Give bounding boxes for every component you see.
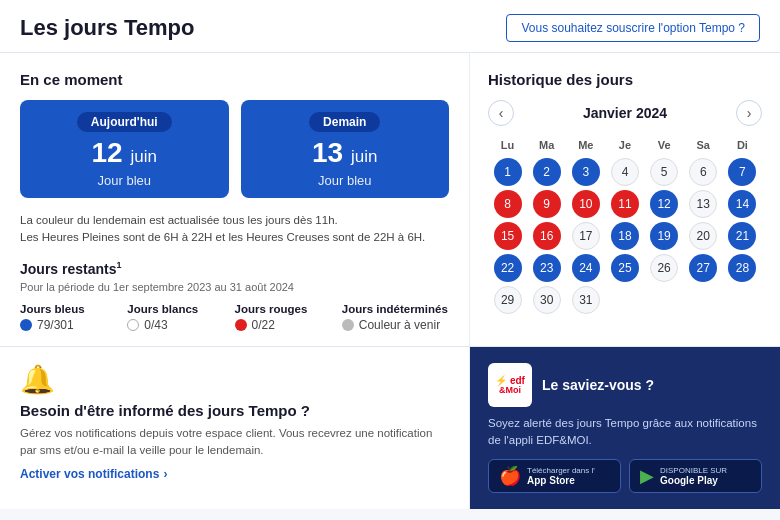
calendar-day[interactable]: 19 [650,222,678,250]
calendar-day[interactable]: 22 [494,254,522,282]
calendar-day[interactable]: 25 [611,254,639,282]
app-store-button[interactable]: 🍎 Télécharger dans l' App Store [488,459,621,493]
calendar-day[interactable]: 24 [572,254,600,282]
calendar-day-cell: 20 [684,220,723,252]
bottom-section: 🔔 Besoin d'être informé des jours Tempo … [0,346,780,510]
saviez-text: Soyez alerté des jours Tempo grâce aux n… [488,415,762,450]
calendar-day-cell: 23 [527,252,566,284]
calendar-day-cell: 30 [527,284,566,316]
calendar-day[interactable]: 17 [572,222,600,250]
google-play-icon: ▶ [640,465,654,487]
subscribe-button[interactable]: Vous souhaitez souscrire l'option Tempo … [506,14,760,42]
calendar-week-row: 22232425262728 [488,252,762,284]
calendar-day[interactable]: 31 [572,286,600,314]
calendar-day-cell: 5 [645,156,684,188]
bottom-right-panel: ⚡ edf &Moi Le saviez-vous ? Soyez alerté… [470,347,780,510]
calendar-day-cell: 27 [684,252,723,284]
calendar-day[interactable]: 6 [689,158,717,186]
right-panel: Historique des jours ‹ Janvier 2024 › Lu… [470,53,780,346]
today-month: juin [130,147,156,166]
calendar-day[interactable]: 11 [611,190,639,218]
page-header: Les jours Tempo Vous souhaitez souscrire… [0,0,780,53]
calendar-day-cell: 6 [684,156,723,188]
tomorrow-card: Demain 13 juin Jour bleu [241,100,450,198]
google-play-button[interactable]: ▶ DISPONIBLE SUR Google Play [629,459,762,493]
calendar-weekday: Ve [645,136,684,156]
calendar-day-cell [645,284,684,316]
calendar-day[interactable]: 1 [494,158,522,186]
calendar-day[interactable]: 28 [728,254,756,282]
calendar-day[interactable]: 23 [533,254,561,282]
calendar-day[interactable]: 15 [494,222,522,250]
calendar-weekday: Ma [527,136,566,156]
store-buttons: 🍎 Télécharger dans l' App Store ▶ DISPON… [488,459,762,493]
calendar-day[interactable]: 5 [650,158,678,186]
calendar-day-cell: 8 [488,188,527,220]
edf-logo: ⚡ edf &Moi [488,363,532,407]
calendar-weekday: Sa [684,136,723,156]
calendar-weekday: Di [723,136,762,156]
calendar-day-cell [723,284,762,316]
calendar-day-cell: 31 [566,284,605,316]
calendar-day-cell: 10 [566,188,605,220]
calendar-nav: ‹ Janvier 2024 › [488,100,762,126]
calendar-day-cell: 21 [723,220,762,252]
calendar-day[interactable]: 4 [611,158,639,186]
calendar-day[interactable]: 8 [494,190,522,218]
jour-indetermines-item: Jours indéterminés Couleur à venir [342,303,449,332]
info-text: La couleur du lendemain est actualisée t… [20,212,449,247]
today-day: 12 juin [30,138,219,169]
activate-notifications-link[interactable]: Activer vos notifications › [20,467,449,481]
calendar-day[interactable]: 9 [533,190,561,218]
calendar-week-row: 891011121314 [488,188,762,220]
calendar-body: 1234567891011121314151617181920212223242… [488,156,762,316]
calendar-day[interactable]: 20 [689,222,717,250]
left-panel: En ce moment Aujourd'hui 12 juin Jour bl… [0,53,470,346]
calendar-day[interactable]: 18 [611,222,639,250]
calendar-day[interactable]: 30 [533,286,561,314]
apple-icon: 🍎 [499,465,521,487]
calendar-day[interactable]: 3 [572,158,600,186]
calendar-next-button[interactable]: › [736,100,762,126]
tomorrow-type: Jour bleu [251,173,440,188]
calendar-day[interactable]: 26 [650,254,678,282]
dot-blue [20,319,32,331]
jours-restants-subtitle: Pour la période du 1er septembre 2023 au… [20,281,449,293]
calendar-title: Historique des jours [488,71,762,88]
calendar-day[interactable]: 29 [494,286,522,314]
notification-text: Gérez vos notifications depuis votre esp… [20,425,449,460]
calendar-day-cell: 11 [605,188,644,220]
calendar-day-cell: 15 [488,220,527,252]
calendar-week-row: 293031 [488,284,762,316]
calendar-month-year: Janvier 2024 [583,105,667,121]
calendar-prev-button[interactable]: ‹ [488,100,514,126]
calendar-day[interactable]: 21 [728,222,756,250]
calendar-day-cell: 18 [605,220,644,252]
today-type: Jour bleu [30,173,219,188]
calendar-day[interactable]: 13 [689,190,717,218]
calendar-day[interactable]: 14 [728,190,756,218]
tomorrow-day: 13 juin [251,138,440,169]
dot-red [235,319,247,331]
calendar-day-cell: 22 [488,252,527,284]
calendar-weekday: Me [566,136,605,156]
calendar-day[interactable]: 12 [650,190,678,218]
jours-grid: Jours bleus 79/301 Jours blancs 0/43 Jou… [20,303,449,332]
jours-restants-title: Jours restants1 [20,260,449,277]
calendar-day-cell: 25 [605,252,644,284]
calendar-day[interactable]: 16 [533,222,561,250]
calendar-day-cell: 7 [723,156,762,188]
notification-title: Besoin d'être informé des jours Tempo ? [20,402,449,419]
tomorrow-month: juin [351,147,377,166]
calendar-day[interactable]: 27 [689,254,717,282]
today-tomorrow-cards: Aujourd'hui 12 juin Jour bleu Demain 13 … [20,100,449,198]
calendar-day[interactable]: 2 [533,158,561,186]
calendar-day[interactable]: 7 [728,158,756,186]
saviez-header: ⚡ edf &Moi Le saviez-vous ? [488,363,762,407]
main-content: En ce moment Aujourd'hui 12 juin Jour bl… [0,53,780,346]
calendar-weekday: Je [605,136,644,156]
dot-white [127,319,139,331]
calendar-day-cell: 1 [488,156,527,188]
calendar-day-cell [605,284,644,316]
calendar-day[interactable]: 10 [572,190,600,218]
